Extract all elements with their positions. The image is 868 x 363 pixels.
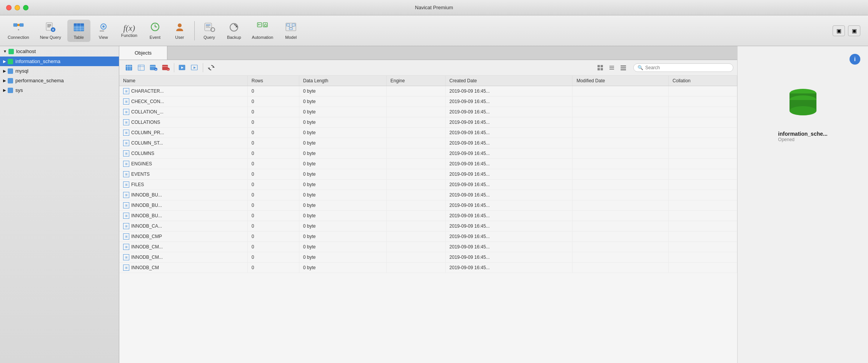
detail-view-button[interactable]: [618, 63, 629, 73]
table-row[interactable]: ⊞COLLATIONS00 byte2019-09-09 16:45...: [119, 117, 737, 128]
cell-rows: 0: [247, 242, 299, 252]
cell-engine: [386, 263, 445, 273]
delete-table-button[interactable]: -: [160, 62, 172, 73]
cell-modified-date: [573, 180, 669, 190]
toolbar-model[interactable]: Model: [279, 20, 302, 42]
function-icon: f(x): [124, 24, 135, 32]
minimize-button[interactable]: [15, 5, 20, 10]
cell-data-length: 0 byte: [299, 117, 386, 128]
cell-engine: [386, 97, 445, 107]
table-row[interactable]: ⊞COLUMN_PR...00 byte2019-09-09 16:45...: [119, 128, 737, 138]
table-row-icon: ⊞: [123, 182, 129, 188]
cell-collation: [669, 221, 737, 231]
list-view-button[interactable]: [606, 63, 617, 73]
toolbar-connection[interactable]: + Connection: [3, 20, 34, 42]
table-row[interactable]: ⊞COLUMN_ST...00 byte2019-09-09 16:45...: [119, 138, 737, 148]
grid-view-button[interactable]: [595, 63, 606, 73]
cell-created-date: 2019-09-09 16:45...: [446, 107, 573, 117]
cell-rows: 0: [247, 190, 299, 200]
titlebar: Navicat Premium: [0, 0, 868, 15]
table-row[interactable]: ⊞COLLATION_...00 byte2019-09-09 16:45...: [119, 107, 737, 117]
cell-modified-date: [573, 148, 669, 159]
table-row-icon: ⊞: [123, 150, 129, 157]
svg-line-31: [214, 31, 214, 31]
tab-objects[interactable]: Objects: [119, 46, 167, 60]
sidebar-item-performance-schema[interactable]: ▶ performance_schema: [0, 76, 119, 85]
toolbar-view[interactable]: ∞∞ View: [92, 20, 115, 42]
table-row[interactable]: ⊞EVENTS00 byte2019-09-09 16:45...: [119, 169, 737, 180]
svg-rect-76: [621, 69, 626, 70]
table-row[interactable]: ⊞INNODB_BU...00 byte2019-09-09 16:45...: [119, 190, 737, 200]
svg-point-20: [102, 25, 105, 28]
user-label: User: [175, 35, 184, 40]
toolbar-function[interactable]: f(x) Function: [117, 22, 142, 40]
cell-modified-date: [573, 138, 669, 148]
table-row[interactable]: ⊞INNODB_CA...00 byte2019-09-09 16:45...: [119, 221, 737, 231]
table-row[interactable]: ⊞ENGINES00 byte2019-09-09 16:45...: [119, 159, 737, 169]
table-row-icon: ⊞: [123, 109, 129, 115]
design-table-button[interactable]: [135, 62, 147, 73]
maximize-button[interactable]: [23, 5, 28, 10]
search-input[interactable]: [645, 65, 729, 70]
main-layout: ▼ localhost ▶ information_schema ▶ mysql…: [0, 46, 868, 363]
cell-data-length: 0 byte: [299, 221, 386, 231]
cell-created-date: 2019-09-09 16:45...: [446, 159, 573, 169]
cell-created-date: 2019-09-09 16:45...: [446, 138, 573, 148]
cell-collation: [669, 211, 737, 221]
sidebar: ▼ localhost ▶ information_schema ▶ mysql…: [0, 46, 119, 363]
close-button[interactable]: [6, 5, 12, 10]
cell-data-length: 0 byte: [299, 159, 386, 169]
database-cylinder-icon: [788, 88, 818, 122]
cell-name: ⊞INNODB_CM...: [119, 252, 247, 263]
cell-engine: [386, 242, 445, 252]
toolbar-new-query[interactable]: + New Query: [35, 20, 66, 42]
db-display-name: information_sche...: [778, 131, 827, 137]
table-row[interactable]: ⊞INNODB_CM...00 byte2019-09-09 16:45...: [119, 242, 737, 252]
new-table-button[interactable]: +: [148, 62, 159, 73]
toolbar-table[interactable]: Table: [67, 20, 90, 42]
open-table-button[interactable]: [177, 62, 188, 73]
table-row[interactable]: ⊞INNODB_BU...00 byte2019-09-09 16:45...: [119, 200, 737, 211]
cell-rows: 0: [247, 231, 299, 242]
cell-rows: 0: [247, 221, 299, 231]
table-row[interactable]: ⊞INNODB_BU...00 byte2019-09-09 16:45...: [119, 211, 737, 221]
refresh-button[interactable]: [205, 62, 217, 73]
cell-data-length: 0 byte: [299, 148, 386, 159]
toolbar-backup[interactable]: Backup: [222, 20, 246, 42]
table-row[interactable]: ⊞FILES00 byte2019-09-09 16:45...: [119, 180, 737, 190]
cell-name: ⊞EVENTS: [119, 169, 247, 180]
app-title: Navicat Premium: [415, 5, 453, 10]
info-button[interactable]: i: [850, 54, 860, 65]
sidebar-item-mysql[interactable]: ▶ mysql: [0, 66, 119, 76]
close-table-button[interactable]: [189, 62, 200, 73]
toolbar-user[interactable]: User: [168, 20, 191, 42]
cell-collation: [669, 169, 737, 180]
cell-data-length: 0 byte: [299, 138, 386, 148]
table-row[interactable]: ⊞INNODB_CMP00 byte2019-09-09 16:45...: [119, 231, 737, 242]
table-row[interactable]: ⊞CHECK_CON...00 byte2019-09-09 16:45...: [119, 97, 737, 107]
cell-created-date: 2019-09-09 16:45...: [446, 252, 573, 263]
col-engine: Engine: [386, 76, 445, 86]
search-box[interactable]: 🔍: [633, 63, 733, 72]
sidebar-item-information-schema[interactable]: ▶ information_schema: [0, 57, 119, 66]
cell-data-length: 0 byte: [299, 107, 386, 117]
table-row[interactable]: ⊞INNODB_CM...00 byte2019-09-09 16:45...: [119, 252, 737, 263]
svg-rect-67: [598, 65, 600, 67]
table-row-icon: ⊞: [123, 254, 129, 260]
toolbar-event[interactable]: Event: [144, 20, 167, 42]
sidebar-toggle-button[interactable]: ▣: [833, 25, 845, 36]
table-row[interactable]: ⊞CHARACTER...00 byte2019-09-09 16:45...: [119, 86, 737, 97]
table-row[interactable]: ⊞INNODB_CM00 byte2019-09-09 16:45...: [119, 263, 737, 273]
sidebar-host-localhost[interactable]: ▼ localhost: [0, 46, 119, 57]
toolbar-automation[interactable]: Automation: [247, 20, 278, 42]
cell-name: ⊞COLUMNS: [119, 148, 247, 159]
cell-collation: [669, 138, 737, 148]
panel-toggle-button[interactable]: ▣: [848, 25, 860, 36]
toolbar-query[interactable]: Query: [198, 20, 221, 42]
svg-rect-70: [601, 68, 603, 70]
cell-engine: [386, 138, 445, 148]
table-row[interactable]: ⊞COLUMNS00 byte2019-09-09 16:45...: [119, 148, 737, 159]
tab-bar: Objects: [119, 46, 737, 60]
view-table-button[interactable]: [123, 62, 135, 73]
sidebar-item-sys[interactable]: ▶ sys: [0, 85, 119, 95]
